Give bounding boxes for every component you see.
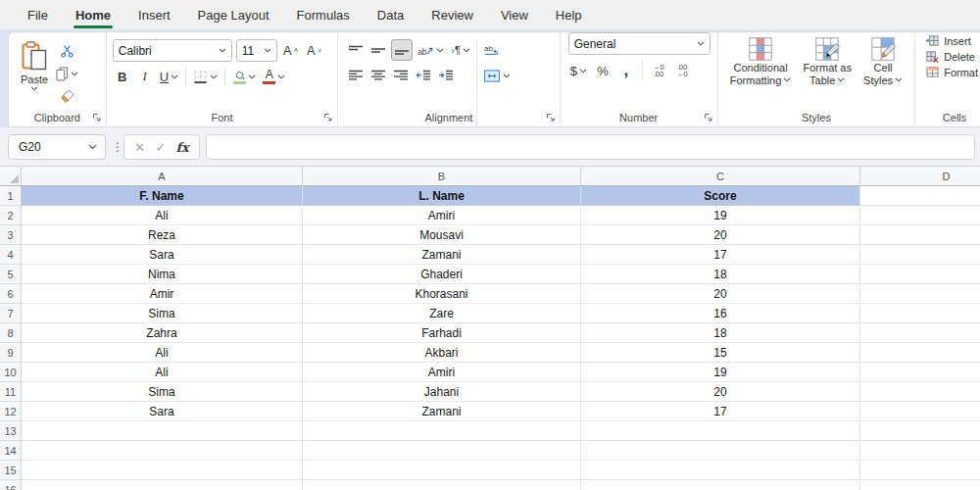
grid-cell-B7[interactable]: Zare	[303, 304, 581, 323]
grid-cell-D2[interactable]	[860, 206, 980, 225]
column-header-B[interactable]: B	[303, 167, 581, 186]
tab-view[interactable]: View	[487, 0, 542, 29]
tab-home[interactable]: Home	[62, 0, 124, 29]
grid-cell-A4[interactable]: Sara	[22, 245, 303, 265]
orientation-button[interactable]: ab	[416, 39, 446, 61]
grid-cell-D3[interactable]	[860, 225, 980, 245]
row-header-9[interactable]: 9	[0, 343, 22, 363]
grid-cell-B9[interactable]: Akbari	[303, 343, 581, 363]
align-bottom-button[interactable]	[391, 39, 413, 61]
grid-cell-A5[interactable]: Nima	[22, 265, 303, 284]
grid-cell-B6[interactable]: Khorasani	[303, 284, 581, 304]
align-center-button[interactable]	[368, 65, 388, 86]
borders-button[interactable]	[191, 66, 220, 87]
decrease-font-size-button[interactable]: A˅	[305, 40, 324, 62]
grid-cell-A16[interactable]	[22, 480, 303, 490]
column-header-A[interactable]: A	[22, 167, 303, 186]
grid-cell-B3[interactable]: Mousavi	[303, 225, 581, 245]
grid-cell-D6[interactable]	[860, 284, 980, 304]
decrease-decimal-button[interactable]: .00→0	[672, 60, 692, 81]
increase-indent-button[interactable]	[436, 65, 456, 86]
grid-cell-A6[interactable]: Amir	[22, 284, 303, 304]
tab-insert[interactable]: Insert	[124, 0, 184, 29]
column-header-C[interactable]: C	[581, 167, 860, 186]
cancel-icon[interactable]: ✕	[134, 140, 145, 155]
row-header-14[interactable]: 14	[0, 441, 22, 461]
comma-format-button[interactable]: ,	[616, 60, 636, 81]
grid-cell-A3[interactable]: Reza	[22, 225, 303, 245]
number-dialog-launcher-icon[interactable]	[704, 113, 713, 122]
grid-cell-A7[interactable]: Sima	[22, 304, 303, 323]
row-header-8[interactable]: 8	[0, 323, 22, 343]
bold-button[interactable]: B	[113, 66, 132, 87]
grid-cell-D13[interactable]	[860, 421, 980, 441]
merge-center-button[interactable]	[481, 65, 513, 86]
increase-decimal-button[interactable]: ←0.00	[649, 60, 668, 81]
underline-button[interactable]: U	[158, 66, 180, 87]
italic-button[interactable]: I	[135, 66, 155, 87]
grid-cell-B13[interactable]	[303, 421, 581, 441]
clipboard-dialog-launcher-icon[interactable]	[92, 113, 102, 122]
grid-cell-D15[interactable]	[860, 461, 980, 480]
grid-cell-D16[interactable]	[860, 480, 980, 490]
grid-cell-C8[interactable]: 18	[581, 323, 860, 343]
grid-cell-B1[interactable]: L. Name	[303, 186, 581, 206]
grid-cell-B16[interactable]	[303, 480, 581, 490]
row-header-3[interactable]: 3	[0, 225, 22, 245]
row-header-16[interactable]: 16	[0, 480, 22, 490]
tab-formulas[interactable]: Formulas	[283, 0, 364, 29]
row-header-11[interactable]: 11	[0, 382, 22, 402]
grid-cell-C14[interactable]	[581, 441, 860, 461]
grid-cell-B10[interactable]: Amiri	[303, 363, 581, 382]
grid-cell-D14[interactable]	[860, 441, 980, 461]
grid-cell-A2[interactable]: Ali	[22, 206, 303, 225]
grid-cell-C15[interactable]	[581, 461, 860, 480]
grid-cell-C16[interactable]	[581, 480, 860, 490]
row-header-7[interactable]: 7	[0, 304, 22, 323]
row-header-6[interactable]: 6	[0, 284, 22, 304]
select-all-corner[interactable]	[0, 167, 22, 186]
grid-cell-C6[interactable]: 20	[581, 284, 860, 304]
copy-button[interactable]	[54, 65, 80, 82]
fill-color-button[interactable]	[230, 66, 258, 87]
format-painter-button[interactable]	[54, 87, 80, 105]
grid-cell-D5[interactable]	[860, 265, 980, 284]
grid-cell-D4[interactable]	[860, 245, 980, 265]
grid-cell-A9[interactable]: Ali	[22, 343, 303, 363]
name-box[interactable]: G20	[8, 134, 106, 160]
tab-page-layout[interactable]: Page Layout	[184, 0, 283, 29]
row-header-1[interactable]: 1	[0, 186, 22, 206]
row-header-12[interactable]: 12	[0, 402, 22, 421]
font-size-select[interactable]: 11	[236, 39, 277, 62]
alignment-dialog-launcher-icon[interactable]	[546, 113, 556, 122]
grid-cell-A12[interactable]: Sara	[22, 402, 303, 421]
grid-cell-C12[interactable]: 17	[581, 402, 860, 421]
grid-cell-C1[interactable]: Score	[581, 186, 860, 206]
grid-cell-C2[interactable]: 19	[581, 206, 860, 225]
grid-cell-A13[interactable]	[22, 421, 303, 441]
font-dialog-launcher-icon[interactable]	[323, 113, 333, 122]
grid-cell-B8[interactable]: Farhadi	[303, 323, 581, 343]
align-left-button[interactable]	[346, 65, 366, 86]
font-color-button[interactable]: A	[261, 66, 287, 87]
grid-cell-D10[interactable]	[860, 363, 980, 382]
grid-cell-B12[interactable]: Zamani	[303, 402, 581, 421]
grid-cell-C3[interactable]: 20	[581, 225, 860, 245]
number-format-select[interactable]: General	[568, 32, 710, 55]
grid-cell-C13[interactable]	[581, 421, 860, 441]
grid-cell-B15[interactable]	[303, 461, 581, 480]
tab-help[interactable]: Help	[542, 0, 596, 29]
grid-cell-B14[interactable]	[303, 441, 581, 461]
formula-bar-grip-icon[interactable]: ⋮	[112, 134, 123, 160]
grid-cell-D1[interactable]	[860, 186, 980, 206]
insert-cells-button[interactable]: Insert	[925, 34, 980, 47]
grid-cell-C5[interactable]: 18	[581, 265, 860, 284]
grid-cell-A10[interactable]: Ali	[22, 363, 303, 382]
grid-cell-D12[interactable]	[860, 402, 980, 421]
increase-font-size-button[interactable]: A˄	[281, 40, 301, 62]
grid-cell-D8[interactable]	[860, 323, 980, 343]
tab-review[interactable]: Review	[417, 0, 487, 29]
currency-format-button[interactable]: $	[568, 60, 589, 81]
grid-cell-A15[interactable]	[22, 461, 303, 480]
grid-cell-B5[interactable]: Ghaderi	[303, 265, 581, 284]
